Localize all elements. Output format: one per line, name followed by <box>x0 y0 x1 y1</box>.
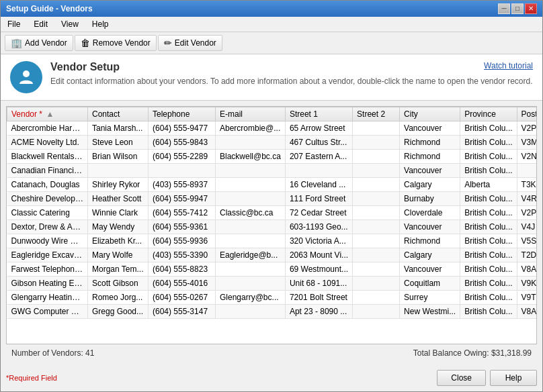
header-panel: Vendor Setup Edit contact information ab… <box>1 54 542 101</box>
table-cell: (604) 555-9361 <box>149 220 216 234</box>
content-area: Vendor * ▲ Contact Telephone E-mail Stre… <box>1 101 542 367</box>
table-row[interactable]: Dunwoody Wire & C...Elizabeth Kr...(604)… <box>7 234 538 248</box>
table-cell: V2P 3P3 <box>517 121 537 136</box>
table-cell: Surrey <box>400 291 460 305</box>
menu-file[interactable]: File <box>1 18 27 30</box>
table-row[interactable]: Cheshire DevelopmentHeather Scott(604) 5… <box>7 192 538 206</box>
col-province[interactable]: Province <box>460 107 517 121</box>
table-row[interactable]: Eagleridge Excavatin...Mary Wolfe(403) 5… <box>7 248 538 262</box>
table-cell: Classic Catering <box>7 206 88 220</box>
table-cell: British Colu... <box>460 291 517 305</box>
table-cell: Burnaby <box>400 192 460 206</box>
table-cell: (403) 555-3390 <box>149 248 216 262</box>
table-cell: Vancouver <box>400 121 460 136</box>
table-row[interactable]: Farwest Telephone ...Morgan Tem...(604) … <box>7 262 538 277</box>
table-cell: Canadian Financial F... <box>7 164 88 178</box>
table-cell: Winnie Clark <box>88 206 149 220</box>
table-cell: British Colu... <box>460 234 517 248</box>
col-city[interactable]: City <box>400 107 460 121</box>
table-cell <box>216 277 286 291</box>
minimize-button[interactable]: ─ <box>498 3 510 14</box>
table-row[interactable]: ACME Novelty Ltd.Steve Leon(604) 555-984… <box>7 136 538 150</box>
remove-vendor-button[interactable]: 🗑 Remove Vendor <box>75 35 157 51</box>
vendor-setup-icon <box>10 61 42 93</box>
table-cell: Eagleridge@b... <box>216 248 286 262</box>
table-cell <box>216 178 286 192</box>
add-vendor-label: Add Vendor <box>25 38 67 48</box>
table-cell: T3K 8V2 <box>517 178 537 192</box>
watch-tutorial-link[interactable]: Watch tutorial <box>484 61 533 70</box>
table-cell <box>216 220 286 234</box>
remove-vendor-icon: 🗑 <box>81 38 90 48</box>
col-street1[interactable]: Street 1 <box>285 107 352 121</box>
col-street2[interactable]: Street 2 <box>353 107 400 121</box>
col-email[interactable]: E-mail <box>216 107 286 121</box>
close-window-button[interactable]: ✕ <box>525 3 537 14</box>
col-vendor[interactable]: Vendor * ▲ <box>7 107 88 121</box>
col-contact[interactable]: Contact <box>88 107 149 121</box>
help-button[interactable]: Help <box>490 370 537 386</box>
balance-area: Total Balance Owing: $31,318.99 <box>413 348 532 358</box>
table-cell: 16 Cleveland ... <box>285 178 352 192</box>
table-cell: 69 Westmount... <box>285 262 352 277</box>
col-telephone[interactable]: Telephone <box>149 107 216 121</box>
table-cell: British Colu... <box>460 121 517 136</box>
setup-title: Vendor Setup <box>50 61 533 73</box>
table-cell: British Colu... <box>460 150 517 164</box>
table-cell: Alberta <box>460 178 517 192</box>
menu-help[interactable]: Help <box>85 18 116 30</box>
table-row[interactable]: Gibson Heating Equi...Scott Gibson(604) … <box>7 277 538 291</box>
table-row[interactable]: Dextor, Drew & AngusMay Wendy(604) 555-9… <box>7 220 538 234</box>
balance-amount: $31,318.99 <box>491 348 532 358</box>
table-cell: V8A 3W <box>517 305 537 319</box>
edit-vendor-button[interactable]: ✏ Edit Vendor <box>158 35 222 51</box>
table-cell: Gibson Heating Equi... <box>7 277 88 291</box>
table-cell: (403) 555-8937 <box>149 178 216 192</box>
maximize-button[interactable]: □ <box>511 3 524 14</box>
table-cell: Catanach, Douglas <box>7 178 88 192</box>
table-cell: Dextor, Drew & Angus <box>7 220 88 234</box>
person-icon <box>17 68 36 87</box>
table-cell: 2063 Mount Vi... <box>285 248 352 262</box>
col-postal[interactable]: Postal Code <box>517 107 537 121</box>
table-cell: (604) 555-0267 <box>149 291 216 305</box>
table-cell: Farwest Telephone ... <box>7 262 88 277</box>
table-cell: (604) 555-9947 <box>149 192 216 206</box>
table-cell: (604) 555-8823 <box>149 262 216 277</box>
vendor-count-value: 41 <box>85 348 94 358</box>
table-cell: 320 Victoria A... <box>285 234 352 248</box>
table-cell: V2P 7T9 <box>517 206 537 220</box>
table-row[interactable]: Catanach, DouglasShirley Rykor(403) 555-… <box>7 178 538 192</box>
table-row[interactable]: Classic CateringWinnie Clark(604) 555-74… <box>7 206 538 220</box>
table-cell: Steve Leon <box>88 136 149 150</box>
menu-edit[interactable]: Edit <box>27 18 54 30</box>
add-vendor-button[interactable]: 🏢 Add Vendor <box>5 35 73 51</box>
table-cell <box>353 178 400 192</box>
table-row[interactable]: Abercrombie Hardwa...Tania Marsh...(604)… <box>7 121 538 136</box>
table-cell <box>216 136 286 150</box>
table-row[interactable]: Canadian Financial F...VancouverBritish … <box>7 164 538 178</box>
vendor-table-container[interactable]: Vendor * ▲ Contact Telephone E-mail Stre… <box>6 106 537 344</box>
table-cell <box>149 164 216 178</box>
table-cell: V4J 6Y9 <box>517 220 537 234</box>
table-cell: Abercrombie@... <box>216 121 286 136</box>
table-row[interactable]: GWG Computer Serv...Gregg Good...(604) 5… <box>7 305 538 319</box>
table-cell: Abercrombie Hardwa... <box>7 121 88 136</box>
toolbar: 🏢 Add Vendor 🗑 Remove Vendor ✏ Edit Vend… <box>1 32 542 54</box>
table-cell: British Colu... <box>460 277 517 291</box>
sort-icon: ▲ <box>46 109 54 119</box>
table-cell <box>353 262 400 277</box>
table-cell <box>353 277 400 291</box>
table-row[interactable]: Glengarry Heating Inc.Romeo Jorg...(604)… <box>7 291 538 305</box>
table-cell <box>353 164 400 178</box>
table-cell: Unit 68 - 1091... <box>285 277 352 291</box>
table-cell <box>353 150 400 164</box>
table-cell: 111 Ford Street <box>285 192 352 206</box>
menu-view[interactable]: View <box>54 18 85 30</box>
close-button[interactable]: Close <box>437 370 486 386</box>
table-cell: Richmond <box>400 150 460 164</box>
table-row[interactable]: Blackwell Rentals Inc.Brian Wilson(604) … <box>7 150 538 164</box>
table-cell: Tania Marsh... <box>88 121 149 136</box>
table-cell: British Colu... <box>460 164 517 178</box>
table-cell: Blackwell Rentals Inc. <box>7 150 88 164</box>
